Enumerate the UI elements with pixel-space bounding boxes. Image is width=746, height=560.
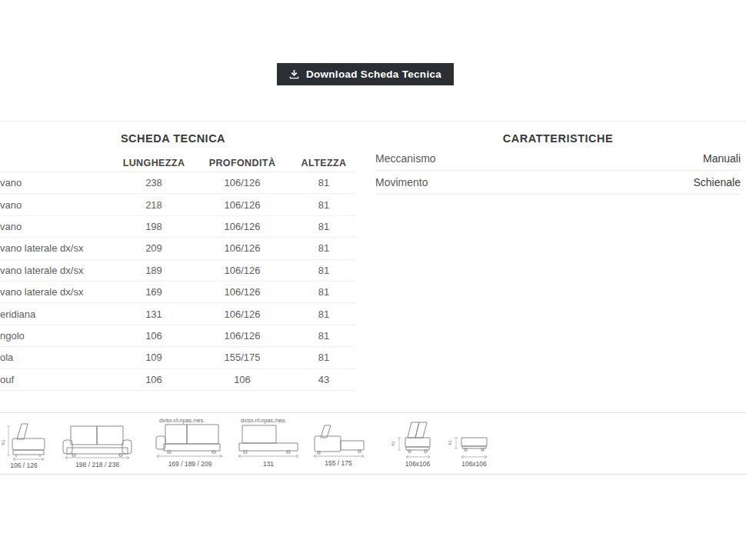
- row-label: ngolo: [0, 330, 115, 342]
- spec-col-profondita: PROFONDITÀ: [192, 158, 292, 168]
- table-row: eridiana 131 106/126 81: [0, 303, 355, 325]
- row-altezza: 81: [292, 330, 355, 342]
- pouf-icon: 43: [441, 421, 489, 459]
- row-profondita: 106/126: [192, 286, 292, 298]
- caratteristiche-title: CARATTERISTICHE: [375, 132, 741, 145]
- row-lunghezza: 131: [115, 308, 192, 320]
- char-value-movimento: Schienale: [694, 176, 741, 188]
- list-item: Movimento Schienale: [375, 171, 741, 195]
- caratteristiche-rows: Meccanismo Manuali Movimento Schienale: [375, 147, 741, 195]
- table-row: vano 198 106/126 81: [0, 216, 355, 238]
- row-lunghezza: 198: [115, 221, 192, 232]
- row-lunghezza: 109: [115, 352, 192, 363]
- row-label: vano laterale dx/sx: [0, 265, 115, 276]
- download-button-label: Download Scheda Tecnica: [306, 68, 441, 80]
- row-altezza: 81: [292, 199, 355, 211]
- row-lunghezza: 209: [115, 242, 192, 254]
- table-row: ouf 106 106 43: [0, 369, 355, 391]
- diagram-pouf: 43 106x106: [441, 421, 489, 468]
- row-label: vano: [0, 177, 115, 188]
- scheda-tecnica-section: SCHEDA TECNICA LUNGHEZZA PROFONDITÀ ALTE…: [0, 132, 355, 391]
- char-label-meccanismo: Meccanismo: [375, 152, 436, 165]
- row-altezza: 81: [292, 265, 355, 276]
- row-lunghezza: 106: [115, 330, 192, 342]
- diagram-variant-label: dx/sx-r/l-npas./nes.: [241, 418, 301, 423]
- spec-table: LUNGHEZZA PROFONDITÀ ALTEZZA vano 238 10…: [0, 155, 355, 391]
- row-label: ola: [0, 352, 115, 363]
- table-row: vano laterale dx/sx 209 106/126 81: [0, 238, 355, 259]
- meridiana-icon: [236, 424, 301, 459]
- row-profondita: 106/126: [192, 308, 292, 320]
- diagram-sofa-one-arm: dx/sx-r/l-npas./nes. 169 / 189 / 209: [155, 418, 225, 468]
- spec-col-altezza: ALTEZZA: [292, 158, 355, 168]
- table-row: vano 218 106/126 81: [0, 194, 355, 215]
- sofa-front-icon: [61, 425, 134, 460]
- row-label: ouf: [0, 374, 115, 385]
- sofa-one-arm-icon: [155, 424, 225, 459]
- row-label: vano: [0, 199, 115, 211]
- diagram-height-label: 43: [448, 440, 452, 445]
- diagram-dimension: 169 / 189 / 209: [155, 460, 225, 468]
- row-profondita: 106/126: [192, 242, 292, 254]
- row-altezza: 81: [292, 221, 355, 232]
- diagram-dimension: 106 / 126: [2, 462, 46, 469]
- row-lunghezza: 106: [115, 374, 192, 385]
- row-label: vano laterale dx/sx: [0, 286, 115, 298]
- diagram-sofa-front: 198 / 218 / 238: [61, 425, 134, 468]
- diagram-dimension: 106x106: [403, 460, 432, 468]
- row-label: vano laterale dx/sx: [0, 242, 115, 254]
- row-lunghezza: 238: [115, 177, 192, 188]
- diagram-dimension: 106x106: [459, 460, 489, 468]
- row-lunghezza: 218: [115, 199, 192, 211]
- diagram-penisola: 155 / 175: [311, 425, 366, 467]
- table-row: vano laterale dx/sx 189 106/126 81: [0, 260, 355, 282]
- penisola-icon: [311, 425, 366, 458]
- list-item: Meccanismo Manuali: [375, 147, 741, 171]
- diagram-height-label: 43: [391, 441, 395, 446]
- table-row: vano laterale dx/sx 169 106/126 81: [0, 282, 355, 303]
- row-profondita: 106/126: [192, 221, 292, 232]
- table-row: ngolo 106 106/126 81: [0, 325, 355, 347]
- row-profondita: 155/175: [192, 352, 292, 363]
- row-profondita: 106/126: [192, 265, 292, 276]
- download-scheda-tecnica-button[interactable]: Download Scheda Tecnica: [277, 63, 454, 85]
- diagram-dimension: 131: [236, 460, 301, 468]
- caratteristiche-section: CARATTERISTICHE Meccanismo Manuali Movim…: [375, 132, 741, 195]
- row-altezza: 81: [292, 308, 355, 320]
- download-icon: [289, 69, 299, 79]
- diagram-sofa-side-view: 81 106 / 126: [2, 421, 46, 469]
- angolo-icon: 43: [381, 421, 432, 459]
- diagram-height-label: 81: [2, 439, 5, 445]
- spec-table-header: LUNGHEZZA PROFONDITÀ ALTEZZA: [0, 155, 355, 172]
- spec-col-lunghezza: LUNGHEZZA: [115, 158, 192, 168]
- scheda-tecnica-title: SCHEDA TECNICA: [0, 132, 346, 145]
- product-spec-page: Download Scheda Tecnica SCHEDA TECNICA L…: [0, 0, 746, 560]
- row-profondita: 106: [192, 374, 292, 385]
- row-profondita: 106/126: [192, 177, 292, 188]
- row-lunghezza: 189: [115, 265, 192, 276]
- row-profondita: 106/126: [192, 330, 292, 342]
- table-row: ola 109 155/175 81: [0, 347, 355, 368]
- row-altezza: 81: [292, 177, 355, 188]
- sofa-side-view-icon: 81: [2, 421, 46, 461]
- row-altezza: 81: [292, 286, 355, 298]
- row-altezza: 43: [292, 374, 355, 385]
- diagram-meridiana: dx/sx-r/l-npas./nes. 131: [236, 418, 301, 468]
- diagram-dimension: 155 / 175: [311, 459, 366, 467]
- row-profondita: 106/126: [192, 199, 292, 211]
- row-altezza: 81: [292, 352, 355, 363]
- spec-table-body: vano 238 106/126 81 vano 218 106/126 81 …: [0, 172, 355, 391]
- table-row: vano 238 106/126 81: [0, 172, 355, 194]
- row-label: vano: [0, 221, 115, 232]
- char-value-meccanismo: Manuali: [703, 152, 741, 165]
- diagram-angolo: 43 106x106: [381, 421, 432, 468]
- row-altezza: 81: [292, 242, 355, 254]
- top-separator: [0, 121, 746, 122]
- diagram-strip: 81 106 / 126 198 / 218: [0, 412, 746, 475]
- row-label: eridiana: [0, 308, 115, 320]
- char-label-movimento: Movimento: [375, 176, 428, 188]
- diagram-dimension: 198 / 218 / 238: [61, 461, 134, 468]
- row-lunghezza: 169: [115, 286, 192, 298]
- diagram-variant-label: dx/sx-r/l-npas./nes.: [159, 418, 225, 423]
